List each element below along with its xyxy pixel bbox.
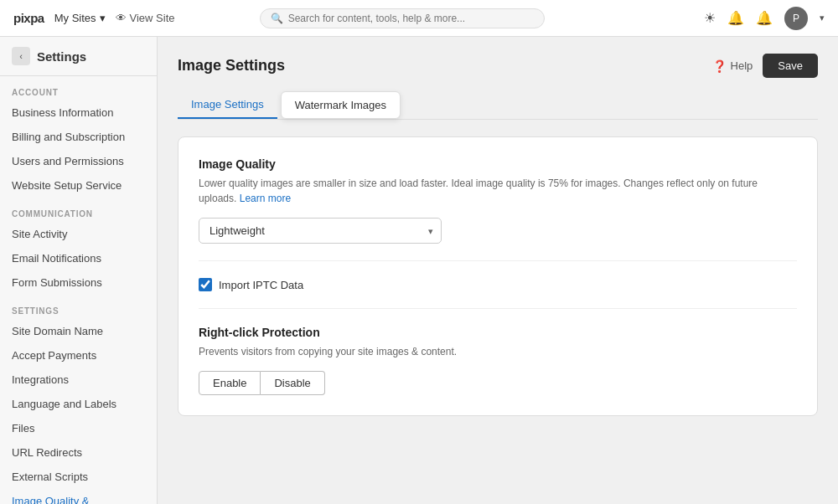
sidebar-item-billing-subscription[interactable]: Billing and Subscription: [0, 125, 157, 149]
divider-2: [199, 308, 797, 309]
right-click-button-group: Enable Disable: [199, 371, 797, 395]
main-layout: ‹ Settings ACCOUNT Business Information …: [0, 37, 838, 504]
viewsite-link[interactable]: 👁 View Site: [116, 12, 175, 24]
sidebar-back-button[interactable]: ‹: [12, 47, 30, 65]
image-quality-select[interactable]: Lightweight Standard High Quality Origin…: [199, 218, 442, 244]
sidebar-header: ‹ Settings: [0, 37, 157, 76]
avatar[interactable]: P: [784, 7, 808, 30]
sidebar-item-image-quality-watermark[interactable]: Image Quality & Watermark: [0, 489, 157, 504]
section-label-account: ACCOUNT: [0, 76, 157, 100]
sidebar-item-website-setup-service[interactable]: Website Setup Service: [0, 173, 157, 198]
sidebar-section-account: ACCOUNT Business Information Billing and…: [0, 76, 157, 198]
search-bar[interactable]: 🔍: [260, 8, 545, 28]
logo: pixpa: [13, 11, 44, 25]
sidebar-title: Settings: [37, 49, 86, 64]
content-area: Image Settings ❓ Help Save Image Setting…: [158, 37, 838, 504]
header-actions: ❓ Help Save: [712, 54, 818, 78]
sidebar-item-accept-payments[interactable]: Accept Payments: [0, 343, 157, 368]
divider-1: [199, 260, 797, 261]
search-icon: 🔍: [271, 13, 283, 24]
image-quality-description: Lower quality images are smaller in size…: [199, 176, 797, 206]
settings-card: Image Quality Lower quality images are s…: [178, 136, 818, 416]
topnav-right: ☀ 🔔 🔔 P ▾: [704, 7, 825, 30]
right-click-title: Right-click Protection: [199, 326, 797, 339]
sidebar-item-business-information[interactable]: Business Information: [0, 100, 157, 125]
sidebar: ‹ Settings ACCOUNT Business Information …: [0, 37, 158, 504]
sidebar-item-site-activity[interactable]: Site Activity: [0, 222, 157, 246]
image-quality-title: Image Quality: [199, 157, 797, 171]
bell-icon[interactable]: 🔔: [756, 10, 773, 26]
mysites-chevron-icon: ▾: [100, 12, 106, 24]
content-header: Image Settings ❓ Help Save: [178, 54, 818, 78]
sidebar-section-settings: SETTINGS Site Domain Name Accept Payment…: [0, 295, 157, 504]
image-quality-section: Image Quality Lower quality images are s…: [199, 157, 797, 244]
sidebar-section-communication: COMMUNICATION Site Activity Email Notifi…: [0, 198, 157, 295]
sidebar-item-users-permissions[interactable]: Users and Permissions: [0, 149, 157, 173]
help-circle-icon: ❓: [712, 59, 727, 73]
sidebar-item-form-submissions[interactable]: Form Submissions: [0, 270, 157, 295]
search-input[interactable]: [288, 13, 534, 24]
save-button[interactable]: Save: [763, 54, 818, 78]
sidebar-item-site-domain-name[interactable]: Site Domain Name: [0, 319, 157, 343]
learn-more-link[interactable]: Learn more: [240, 193, 291, 204]
eye-icon: 👁: [116, 12, 127, 24]
mysites-label: My Sites: [54, 12, 96, 24]
image-quality-dropdown-wrap: Lightweight Standard High Quality Origin…: [199, 218, 442, 244]
sidebar-item-external-scripts[interactable]: External Scripts: [0, 465, 157, 489]
import-iptc-checkbox[interactable]: [199, 278, 212, 291]
notifications-icon[interactable]: 🔔: [727, 10, 744, 26]
avatar-letter: P: [793, 13, 799, 24]
sidebar-item-integrations[interactable]: Integrations: [0, 368, 157, 392]
right-click-description: Prevents visitors from copying your site…: [199, 344, 797, 359]
topnav: pixpa My Sites ▾ 👁 View Site 🔍 ☀ 🔔 🔔 P ▾: [0, 0, 838, 37]
sidebar-item-email-notifications[interactable]: Email Notifications: [0, 246, 157, 270]
sun-icon[interactable]: ☀: [704, 10, 716, 26]
section-label-settings: SETTINGS: [0, 295, 157, 319]
import-iptc-label[interactable]: Import IPTC Data: [219, 279, 303, 291]
tab-image-settings[interactable]: Image Settings: [178, 91, 277, 119]
enable-button[interactable]: Enable: [199, 371, 261, 395]
sidebar-item-files[interactable]: Files: [0, 416, 157, 440]
avatar-chevron-icon: ▾: [820, 13, 825, 23]
sidebar-item-url-redirects[interactable]: URL Redirects: [0, 440, 157, 465]
viewsite-label: View Site: [130, 12, 175, 24]
tabs: Image Settings Watermark Images: [178, 91, 818, 120]
back-icon: ‹: [19, 51, 23, 61]
import-iptc-row: Import IPTC Data: [199, 278, 797, 291]
mysites-dropdown[interactable]: My Sites ▾: [54, 12, 106, 24]
help-label: Help: [731, 59, 753, 72]
help-button[interactable]: ❓ Help: [712, 59, 753, 73]
right-click-section: Right-click Protection Prevents visitors…: [199, 326, 797, 395]
tab-watermark-images[interactable]: Watermark Images: [281, 91, 401, 119]
sidebar-item-language-labels[interactable]: Language and Labels: [0, 392, 157, 416]
page-title: Image Settings: [178, 57, 285, 75]
section-label-communication: COMMUNICATION: [0, 198, 157, 222]
disable-button[interactable]: Disable: [261, 371, 324, 395]
